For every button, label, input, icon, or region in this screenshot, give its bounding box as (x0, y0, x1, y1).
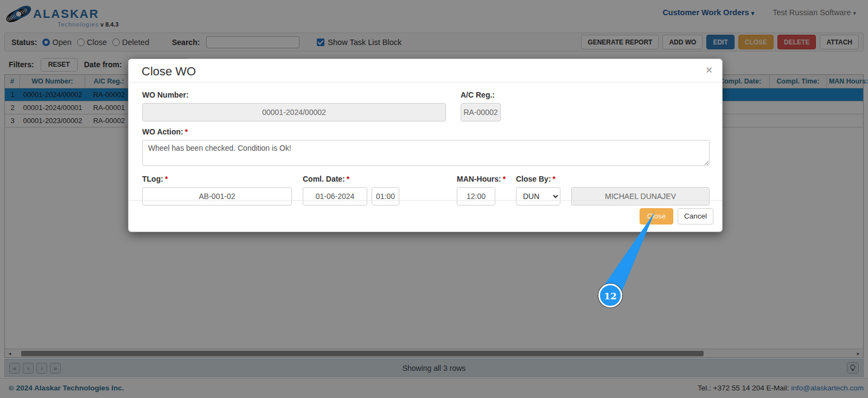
required-asterisk: * (553, 175, 556, 183)
wo-number-label: WO Number: (142, 91, 446, 99)
man-hours-label: MAN-Hours:* (457, 175, 506, 183)
close-wo-modal: Close WO × WO Number: A/C Reg.: WO Actio… (128, 59, 723, 232)
page: ALASKAR Technologies v 8.4.3 Customer Wo… (0, 0, 868, 398)
wo-action-textarea[interactable]: Wheel has been checked. Condition is Ok! (142, 140, 710, 166)
required-asterisk: * (503, 175, 506, 183)
ac-reg-field (461, 103, 501, 121)
required-asterisk: * (165, 175, 168, 183)
modal-header: Close WO × (129, 59, 722, 82)
required-asterisk: * (347, 175, 349, 183)
close-by-label: Close By:* (516, 175, 556, 183)
close-by-name-spacer (571, 175, 573, 183)
close-icon[interactable]: × (706, 65, 712, 75)
required-asterisk: * (185, 127, 188, 136)
modal-footer: Close Cancel (129, 200, 722, 232)
coml-date-label: Coml. Date:* (303, 175, 349, 183)
wo-number-field (142, 103, 446, 121)
tlog-label: TLog:* (142, 175, 168, 183)
wo-action-label: WO Action:* (142, 127, 709, 136)
ac-reg-label: A/C Reg.: (461, 91, 501, 99)
modal-close-wo-button[interactable]: Close (640, 208, 673, 224)
modal-cancel-button[interactable]: Cancel (678, 208, 713, 224)
modal-title: Close WO (142, 65, 709, 79)
modal-body: WO Number: A/C Reg.: WO Action:* Wheel h… (129, 82, 722, 216)
